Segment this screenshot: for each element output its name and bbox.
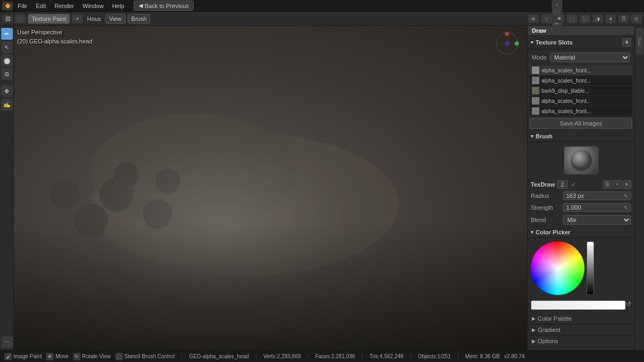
strength-value: 1.000 — [566, 204, 581, 211]
shading-icon-2[interactable]: ⬛ — [580, 14, 590, 23]
texdraw-checkmark: ✓ — [571, 181, 576, 188]
main-layout: ✏ ↖ ⬤ ⧉ ✥ ✍ ⋯ — [0, 26, 644, 350]
header-icon-3[interactable]: ○ — [552, 1, 562, 9]
overlay-icon[interactable]: ☰ — [618, 14, 629, 23]
show-hide-icon[interactable]: 👁 — [554, 14, 565, 23]
tool-annotate-btn[interactable]: ✍ — [1, 99, 13, 110]
color-wheel-cursor — [558, 265, 561, 269]
svg-line-8 — [194, 42, 219, 107]
viewport[interactable]: User Perspective (20) GEO-alpha-scales.h… — [14, 26, 527, 350]
color-picker-arrow: ▾ — [531, 230, 533, 235]
texdraw-close-btn[interactable]: ✕ — [623, 180, 631, 189]
object-name-status: GEO-alpha_scales_head — [189, 353, 249, 359]
svg-point-3 — [114, 162, 140, 188]
status-sep-3: | — [308, 353, 309, 359]
image-paint-status: 🖌 Image Paint — [4, 353, 42, 360]
mask-section[interactable]: ▶ Mask — [528, 347, 634, 350]
radius-value-field[interactable]: 163 px ✎ — [563, 191, 631, 200]
blender-logo-icon: 🔶 — [2, 2, 13, 10]
texdraw-number[interactable]: 2 — [557, 180, 568, 189]
save-all-images-btn[interactable]: Save All Images — [530, 118, 632, 129]
objects-status: Objects:1/251 — [418, 353, 451, 359]
slot-item-3[interactable]: alpha_scales_front... — [530, 96, 632, 106]
tool-extra-btn[interactable]: ⋯ — [1, 336, 13, 348]
tool-fill-btn[interactable]: ⬤ — [1, 55, 13, 67]
texdraw-new-btn[interactable]: + — [613, 180, 621, 189]
mode-select[interactable]: Material — [550, 53, 630, 62]
slot-item-4[interactable]: alpha_scales_front... — [530, 106, 632, 116]
menu-edit[interactable]: Edit — [32, 2, 50, 10]
mode-toggle-icon[interactable]: ▾ — [72, 14, 83, 23]
snap-icon[interactable]: ⊕ — [528, 14, 539, 23]
color-picker-header[interactable]: ▾ Color Picker — [528, 227, 634, 238]
strength-value-field[interactable]: 1.000 ✎ — [563, 203, 631, 212]
shading-icon-1[interactable]: ⬚ — [567, 14, 577, 23]
options-section[interactable]: ▶ Options — [528, 336, 634, 347]
options-arrow: ▶ — [532, 338, 536, 344]
menu-render[interactable]: Render — [51, 2, 78, 10]
blend-row: Blend Mix — [528, 214, 634, 226]
gradient-section[interactable]: ▶ Gradient — [528, 324, 634, 336]
texture-slot-add-btn[interactable]: + — [623, 38, 631, 47]
viewport-gizmo[interactable]: Z X — [494, 30, 521, 57]
svg-point-20 — [570, 150, 592, 171]
strength-edit-icon[interactable]: ✎ — [624, 205, 628, 211]
creature-detail-svg — [14, 26, 527, 350]
brush-btn[interactable]: Brush — [128, 14, 151, 24]
color-wheel[interactable] — [531, 241, 584, 295]
menu-window[interactable]: Window — [79, 2, 107, 10]
brush-section-header[interactable]: ▾ Brush — [528, 131, 634, 142]
texdraw-label: TexDraw — [531, 181, 555, 188]
tool-clone-btn[interactable]: ⧉ — [1, 68, 13, 80]
color-palette-section[interactable]: ▶ Color Palette — [528, 313, 634, 324]
mode-label: Mode — [532, 54, 547, 61]
color-swatch[interactable] — [531, 300, 626, 310]
slot-item-0[interactable]: alpha_scales_front... — [530, 65, 632, 75]
reset-color-btn[interactable]: ↺ — [626, 300, 631, 308]
color-brightness-slider[interactable] — [587, 241, 594, 295]
svg-point-6 — [50, 180, 80, 210]
tris-status: Tris:4,562,248 — [369, 353, 404, 359]
texture-slots-arrow: ▾ — [531, 40, 533, 45]
slot-item-2[interactable]: bark9_disp_tilable... — [530, 86, 632, 95]
tool-select-btn[interactable]: ↖ — [1, 41, 13, 53]
options-label: Options — [538, 338, 558, 344]
texture-slots-header[interactable]: ▾ Texture Slots + — [528, 36, 634, 49]
menu-file[interactable]: File — [14, 2, 31, 10]
viewport-type-icon[interactable]: 🖼 — [2, 14, 13, 23]
slot-thumb-2 — [532, 87, 539, 94]
slot-item-1[interactable]: alpha_scales_front... — [530, 76, 632, 85]
mode-row: Mode Material — [530, 51, 632, 63]
texture-paint-mode-btn[interactable]: Texture Paint — [28, 14, 70, 24]
back-to-previous-button[interactable]: ◀ Back to Previous — [134, 1, 194, 11]
color-wheel-container — [531, 241, 631, 295]
shading-icon-3[interactable]: ◑ — [592, 14, 603, 23]
editor-type-icon[interactable]: ⬚ — [15, 14, 26, 23]
prop-edit-icon[interactable]: ○ — [541, 14, 552, 23]
creature-render — [14, 26, 527, 350]
faces-status: Faces:2,281,036 — [315, 353, 355, 359]
mem-status: Mem: 8.36 GB — [465, 353, 500, 359]
gizmo-icon[interactable]: ⊙ — [631, 14, 642, 23]
top-menu-bar: 🔶 File Edit Render Window Help ◀ Back to… — [0, 0, 644, 12]
menu-help[interactable]: Help — [108, 2, 128, 10]
blend-select[interactable]: Mix — [563, 215, 631, 225]
view-btn[interactable]: View — [105, 14, 126, 24]
svg-point-5 — [74, 203, 108, 238]
shading-icon-4[interactable]: ● — [605, 14, 616, 23]
right-panel: Draw ▾ Texture Slots + Mode Material alp… — [527, 26, 634, 350]
rotate-view-status: ↻ Rotate View — [73, 353, 111, 360]
left-toolbar: ✏ ↖ ⬤ ⧉ ✥ ✍ ⋯ — [0, 26, 14, 350]
brush-preview[interactable] — [564, 146, 598, 174]
gradient-arrow: ▶ — [532, 327, 536, 333]
tool-move-btn[interactable]: ✥ — [1, 85, 13, 97]
radius-row: Radius 163 px ✎ — [528, 190, 634, 201]
color-palette-label: Color Palette — [538, 315, 572, 322]
texdraw-browse-btn[interactable]: ☰ — [603, 180, 612, 189]
texdraw-header: TexDraw 2 ✓ ☰ + ✕ — [528, 179, 634, 190]
far-right-tool-btn[interactable]: Tool — [636, 28, 643, 55]
radius-edit-icon[interactable]: ✎ — [624, 193, 628, 199]
svg-line-11 — [209, 51, 245, 123]
strength-row: Strength 1.000 ✎ — [528, 202, 634, 213]
tool-draw-btn[interactable]: ✏ — [1, 28, 13, 40]
